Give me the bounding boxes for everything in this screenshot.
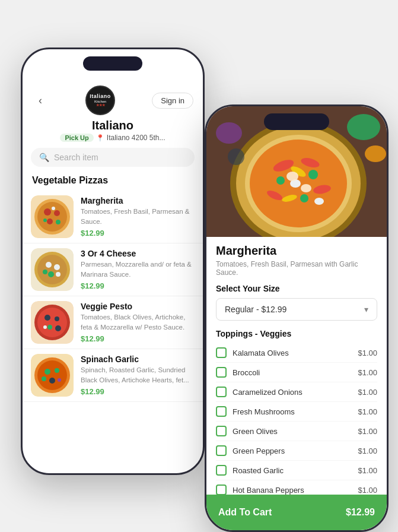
item-price: $12.99 — [81, 334, 195, 343]
item-name: Margherita — [81, 196, 195, 205]
svg-point-45 — [308, 170, 318, 179]
topping-row: Green Peppers $1.00 — [216, 441, 377, 461]
item-price: $12.99 — [81, 387, 195, 396]
svg-point-29 — [55, 368, 59, 373]
item-price: $12.99 — [81, 281, 195, 290]
svg-point-8 — [52, 207, 55, 210]
menu-item[interactable]: Veggie Pesto Tomatoes, Black Olives, Art… — [23, 296, 203, 349]
menu-item[interactable]: Spinach Garlic Spinach, Roasted Garlic, … — [23, 349, 203, 402]
topping-name: Roasted Garlic — [233, 466, 352, 475]
svg-point-54 — [365, 145, 386, 162]
svg-point-16 — [43, 270, 47, 274]
topping-checkbox[interactable] — [216, 367, 227, 378]
topping-price: $1.00 — [358, 446, 377, 455]
topping-checkbox[interactable] — [216, 387, 227, 397]
restaurant-logo: Italiano Kitchen ★★★ — [85, 86, 115, 115]
topping-checkbox[interactable] — [216, 347, 227, 358]
svg-point-53 — [216, 122, 242, 144]
svg-point-31 — [58, 378, 61, 382]
svg-point-11 — [37, 255, 67, 284]
topping-name: Broccoli — [233, 368, 352, 377]
location-text: Italiano 4200 5th... — [107, 134, 165, 142]
svg-point-13 — [54, 264, 60, 270]
topping-row: Hot Banana Peppers $1.00 — [216, 480, 377, 495]
svg-point-24 — [43, 325, 47, 329]
item-detail-desc: Tomatoes, Fresh Basil, Parmesan with Gar… — [216, 260, 377, 277]
back-button[interactable]: ‹ — [32, 92, 49, 109]
topping-checkbox[interactable] — [216, 445, 227, 456]
p1-header: ‹ Italiano Kitchen ★★★ Sign in — [23, 82, 203, 118]
svg-point-21 — [55, 316, 59, 321]
topping-price: $1.00 — [358, 466, 377, 475]
topping-price: $1.00 — [358, 388, 377, 397]
topping-name: Hot Banana Peppers — [233, 486, 352, 495]
pickup-info: Pick Up 📍 Italiano 4200 5th... — [23, 134, 203, 142]
notch-2 — [264, 113, 329, 130]
topping-name: Fresh Mushrooms — [233, 407, 352, 416]
item-info: 3 Or 4 Cheese Parmesan, Mozzarella and/ … — [81, 249, 195, 290]
topping-name: Green Peppers — [233, 446, 352, 455]
topping-row: Kalamata Olives $1.00 — [216, 343, 377, 363]
svg-point-32 — [42, 376, 46, 381]
topping-price: $1.00 — [358, 427, 377, 436]
item-name: Spinach Garlic — [81, 354, 195, 364]
topping-row: Roasted Garlic $1.00 — [216, 461, 377, 480]
svg-point-27 — [37, 360, 67, 390]
size-select[interactable]: Regular - $12.99 ▾ — [216, 298, 377, 321]
cart-button-price: $12.99 — [346, 507, 375, 518]
topping-checkbox[interactable] — [216, 484, 227, 495]
svg-point-51 — [301, 184, 311, 192]
item-image — [31, 354, 74, 397]
search-icon: 🔍 — [39, 153, 49, 162]
topping-name: Caramelized Onions — [233, 388, 352, 397]
svg-point-52 — [347, 114, 380, 140]
p2-body: Margherita Tomatoes, Fresh Basil, Parmes… — [206, 237, 387, 495]
topping-price: $1.00 — [358, 368, 377, 377]
restaurant-name: Italiano — [23, 119, 203, 132]
item-desc: Tomatoes, Black Olives, Artichoke, feta … — [81, 312, 195, 331]
add-to-cart-button[interactable]: Add To Cart $12.99 — [206, 495, 387, 530]
chevron-down-icon: ▾ — [364, 305, 368, 314]
svg-point-46 — [276, 176, 285, 185]
svg-point-5 — [47, 218, 53, 224]
item-info: Margherita Tomatoes, Fresh Basil, Parmes… — [81, 196, 195, 237]
topping-name: Green Olives — [233, 427, 352, 436]
topping-checkbox[interactable] — [216, 465, 227, 476]
category-heading: Vegetable Pizzas — [23, 172, 203, 191]
svg-point-30 — [49, 378, 55, 384]
item-image — [31, 195, 74, 238]
cart-button-label: Add To Cart — [218, 507, 272, 518]
phone-2: Margherita Tomatoes, Fresh Basil, Parmes… — [205, 104, 389, 532]
item-info: Spinach Garlic Spinach, Roasted Garlic, … — [81, 354, 195, 395]
topping-price: $1.00 — [358, 407, 377, 416]
svg-point-23 — [55, 325, 61, 331]
signin-button[interactable]: Sign in — [152, 93, 193, 109]
item-image — [31, 301, 74, 344]
size-option-label: Regular - $12.99 — [225, 305, 286, 314]
svg-point-22 — [47, 325, 52, 330]
phone-1: ‹ Italiano Kitchen ★★★ Sign in Italiano … — [21, 48, 205, 475]
size-section-title: Select Your Size — [216, 284, 377, 293]
search-bar[interactable]: 🔍 Search item — [31, 148, 195, 167]
location-icon: 📍 — [96, 134, 104, 142]
topping-row: Broccoli $1.00 — [216, 363, 377, 382]
topping-checkbox[interactable] — [216, 406, 227, 417]
item-name: Veggie Pesto — [81, 302, 195, 311]
svg-point-6 — [56, 220, 61, 224]
svg-point-20 — [44, 315, 50, 321]
toppings-section-title: Toppings - Veggies — [216, 329, 377, 338]
item-image — [31, 248, 74, 291]
item-desc: Tomatoes, Fresh Basil, Parmesan & Sauce. — [81, 207, 195, 226]
topping-price: $1.00 — [358, 349, 377, 357]
topping-row: Green Olives $1.00 — [216, 422, 377, 441]
logo-title: Italiano — [90, 93, 111, 100]
svg-point-15 — [56, 272, 61, 277]
menu-item[interactable]: Margherita Tomatoes, Fresh Basil, Parmes… — [23, 191, 203, 243]
svg-point-3 — [44, 208, 51, 216]
menu-item[interactable]: 3 Or 4 Cheese Parmesan, Mozzarella and/ … — [23, 243, 203, 296]
topping-checkbox[interactable] — [216, 426, 227, 436]
svg-point-55 — [228, 148, 244, 165]
topping-row: Caramelized Onions $1.00 — [216, 382, 377, 402]
svg-point-50 — [286, 172, 298, 181]
svg-point-4 — [54, 210, 60, 216]
